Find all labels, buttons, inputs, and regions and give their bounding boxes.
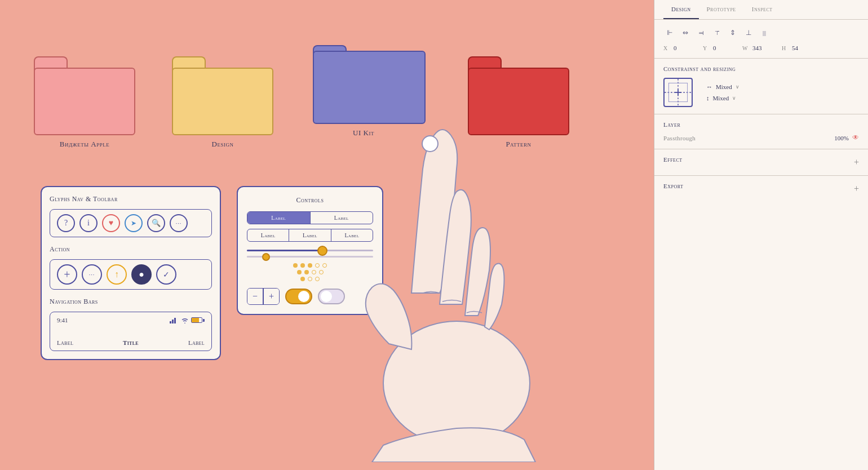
slider-2-track[interactable] <box>247 256 373 258</box>
dot-empty <box>315 277 320 281</box>
stepper-plus[interactable]: + <box>263 289 279 304</box>
check-icon[interactable]: ✓ <box>156 264 176 285</box>
slider-1-track[interactable] <box>247 250 373 251</box>
tab-design[interactable]: Design <box>663 0 699 19</box>
align-left-icon[interactable]: ⊩ <box>663 26 676 39</box>
dimensions-row: X 0 Y 0 W 343 H 54 <box>663 45 859 51</box>
folder-uikit-icon <box>313 45 414 124</box>
align-right-icon[interactable]: ⫤ <box>695 26 707 39</box>
constraint-box[interactable] <box>663 78 693 107</box>
dots-icon[interactable]: ··· <box>82 264 102 285</box>
filled-icon[interactable]: ● <box>131 264 152 285</box>
folder-uikit[interactable]: UI Kit <box>313 45 414 138</box>
action-section: Action + ··· ↑ ● ✓ <box>50 245 212 290</box>
dot <box>308 263 312 268</box>
dot-row-2 <box>297 270 324 274</box>
layer-row: Passthrough 100% 👁 <box>663 134 859 142</box>
question-icon[interactable]: ? <box>57 214 75 232</box>
nav-time: 9:41 <box>57 317 68 323</box>
slider-2-row <box>247 256 373 258</box>
search-icon[interactable]: 🔍 <box>147 214 165 232</box>
seg-item-2[interactable]: Label <box>311 212 373 224</box>
align-center-h-icon[interactable]: ⇔ <box>679 26 692 39</box>
arrow-icon[interactable]: ➤ <box>125 214 143 232</box>
glyphs-panel: Glyphs Nav & Toolbar ? i ♥ ➤ 🔍 ··· Actio… <box>41 186 221 360</box>
svg-point-3 <box>383 321 530 445</box>
rp-effect-section: Effect + <box>654 149 868 176</box>
eye-icon[interactable]: 👁 <box>852 134 859 142</box>
rp-tabs: Design Prototype Inspect <box>654 0 868 20</box>
layer-opacity[interactable]: 100% <box>834 135 849 141</box>
more-icon[interactable]: ··· <box>170 214 188 232</box>
align-top-icon[interactable]: ⊤̄ <box>711 26 723 39</box>
nav-bar-box: 9:41 <box>50 312 212 351</box>
seg-control-2: Label Label <box>247 211 373 224</box>
seg-item-3c[interactable]: Label <box>331 229 373 241</box>
v-constraint: ↕ Mixed ∨ <box>706 95 739 101</box>
h-dropdown-icon[interactable]: ∨ <box>736 84 739 90</box>
dot <box>304 270 309 274</box>
svg-point-4 <box>422 136 438 152</box>
tab-prototype[interactable]: Prototype <box>699 0 744 19</box>
align-middle-icon[interactable]: ⇕ <box>727 26 739 39</box>
w-field: W 343 <box>742 45 775 51</box>
slider-2-thumb[interactable] <box>262 253 270 261</box>
dot <box>293 263 298 268</box>
rp-constraints-section: Constrainst and resizing ↔ M <box>654 59 868 114</box>
h-label: H <box>782 45 790 51</box>
controls-title: Controls <box>247 196 373 205</box>
dot-empty <box>308 277 312 281</box>
v-constraint-value[interactable]: Mixed <box>713 95 729 101</box>
svg-rect-1 <box>172 320 174 323</box>
v-dropdown-icon[interactable]: ∨ <box>732 95 736 101</box>
folder-apple-widgets-label: Виджеты Apple <box>60 140 109 149</box>
dot-empty <box>312 270 316 274</box>
slider-1-thumb[interactable] <box>317 246 327 256</box>
add-icon[interactable]: + <box>57 264 77 285</box>
layer-value-group: 100% 👁 <box>834 134 859 142</box>
canvas-area: Виджеты Apple Design UI Kit Pattern Glyp… <box>0 0 654 470</box>
y-value[interactable]: 0 <box>713 45 736 51</box>
dot-empty <box>315 263 320 268</box>
align-bottom-icon[interactable]: ⊥ <box>742 26 755 39</box>
dot-empty <box>322 263 327 268</box>
nav-label-left: Label <box>57 339 73 346</box>
distribute-icon[interactable]: ||| <box>758 26 770 39</box>
info-icon[interactable]: i <box>79 214 98 232</box>
dot <box>297 270 302 274</box>
rp-layer-section: Layer Passthrough 100% 👁 <box>654 114 868 149</box>
h-value[interactable]: 54 <box>792 45 814 51</box>
folder-pattern[interactable]: Pattern <box>468 56 569 149</box>
export-add-btn[interactable]: + <box>854 184 859 194</box>
heart-icon[interactable]: ♥ <box>102 214 120 232</box>
nav-label-right: Label <box>188 339 205 346</box>
toggle-off[interactable] <box>318 289 345 304</box>
toggle-on[interactable] <box>285 289 312 304</box>
h-constraint-value[interactable]: Mixed <box>716 83 732 90</box>
up-icon[interactable]: ↑ <box>107 264 127 285</box>
w-value[interactable]: 343 <box>752 45 775 51</box>
glyphs-row: ? i ♥ ➤ 🔍 ··· <box>50 209 212 237</box>
x-value[interactable]: 0 <box>674 45 696 51</box>
y-label: Y <box>703 45 711 51</box>
nav-bars-title: Navigation Bars <box>50 298 212 306</box>
folder-design[interactable]: Design <box>172 56 273 149</box>
effect-add-btn[interactable]: + <box>854 157 859 167</box>
seg-item-3b[interactable]: Label <box>289 229 331 241</box>
export-header: Export + <box>663 183 859 195</box>
tab-inspect[interactable]: Inspect <box>744 0 781 19</box>
constraints-title: Constrainst and resizing <box>663 65 859 72</box>
stepper-minus[interactable]: − <box>247 289 263 304</box>
seg-item-1[interactable]: Label <box>247 212 311 224</box>
effect-title: Effect <box>663 156 683 163</box>
seg-item-3a[interactable]: Label <box>247 229 289 241</box>
signal-icon <box>170 317 179 323</box>
stepper: − + <box>247 288 280 305</box>
wifi-icon <box>181 317 189 323</box>
h-constraint: ↔ Mixed ∨ <box>706 83 739 90</box>
x-field: X 0 <box>663 45 696 51</box>
layer-mode[interactable]: Passthrough <box>663 135 696 141</box>
folder-design-icon <box>172 56 273 135</box>
constraints-row: ↔ Mixed ∨ ↕ Mixed ∨ <box>663 78 859 107</box>
folder-apple-widgets[interactable]: Виджеты Apple <box>34 56 135 149</box>
